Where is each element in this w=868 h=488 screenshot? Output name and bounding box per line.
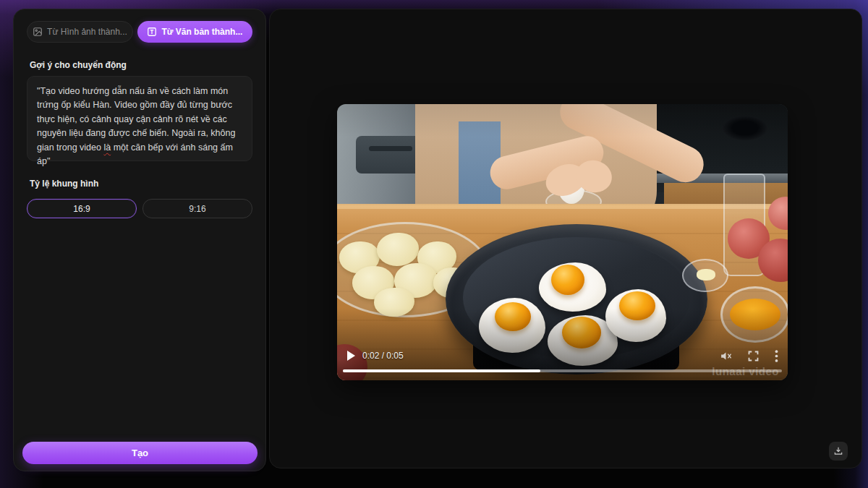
main-content-panel: lunaai video 0:02 / 0:05	[269, 9, 862, 468]
video-frame	[337, 104, 788, 380]
motion-prompt-textarea[interactable]: "Tạo video hướng dẫn nấu ăn về cách làm …	[27, 76, 252, 161]
video-progress-bar[interactable]	[343, 369, 782, 372]
video-vignette	[337, 104, 788, 380]
time-display: 0:02 / 0:05	[362, 351, 404, 361]
image-icon	[33, 27, 43, 37]
sidebar-panel: Từ Hình ảnh thành... Từ Văn bản thành...…	[13, 9, 266, 471]
ratio-option-16-9[interactable]: 16:9	[27, 199, 137, 218]
aspect-ratio-label: Tỷ lệ khung hình	[14, 161, 265, 194]
video-player[interactable]: lunaai video 0:02 / 0:05	[337, 104, 788, 380]
mode-tabs: Từ Hình ảnh thành... Từ Văn bản thành...	[14, 9, 265, 43]
fullscreen-icon[interactable]	[748, 351, 759, 361]
tab-text-label: Từ Văn bản thành...	[161, 27, 242, 37]
motion-section-label: Gợi ý cho chuyển động	[14, 43, 265, 76]
kebab-menu-icon[interactable]	[775, 350, 778, 362]
prompt-flagged-word: là	[103, 142, 111, 153]
tab-text-to-video[interactable]: Từ Văn bản thành...	[137, 21, 252, 43]
download-icon	[833, 446, 843, 456]
aspect-ratio-options: 16:9 9:16	[14, 194, 265, 218]
tab-image-label: Từ Hình ảnh thành...	[47, 27, 127, 37]
progress-fill	[343, 369, 540, 372]
download-button[interactable]	[829, 442, 848, 461]
create-button[interactable]: Tạo	[22, 442, 258, 464]
muted-speaker-icon[interactable]	[720, 351, 732, 361]
text-icon	[147, 27, 157, 37]
video-controls: 0:02 / 0:05	[337, 348, 788, 363]
play-icon[interactable]	[346, 351, 355, 361]
tab-image-to-video[interactable]: Từ Hình ảnh thành...	[27, 21, 133, 43]
ratio-option-9-16[interactable]: 9:16	[142, 199, 252, 218]
